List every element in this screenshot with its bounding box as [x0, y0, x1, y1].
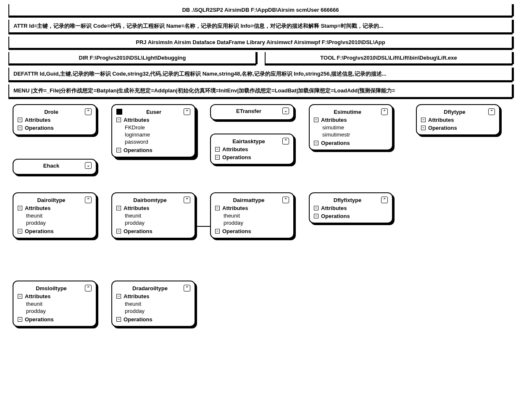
minus-icon: −	[215, 147, 220, 152]
operations-section[interactable]: −Operations	[215, 228, 289, 234]
chevron-up-icon[interactable]: ⌃	[381, 108, 388, 115]
minus-icon: −	[314, 118, 318, 122]
section-label: Operations	[321, 140, 350, 146]
chevron-up-icon[interactable]: ⌃	[85, 108, 92, 115]
chevron-down-icon[interactable]: ⌄	[282, 108, 289, 114]
operations-section[interactable]: −Operations	[314, 213, 388, 219]
attributes-section[interactable]: −Attributes	[215, 205, 289, 211]
minus-icon: −	[314, 214, 318, 218]
section-label: Attributes	[124, 293, 149, 299]
minus-icon: −	[116, 118, 121, 122]
section-label: Operations	[124, 147, 153, 153]
entity-title: Dairoiltype	[18, 197, 85, 203]
entity-esimutime[interactable]: Esimutime ⌃ −Attributes simutime simutim…	[309, 104, 393, 150]
entity-dflyfixtype[interactable]: Dflyfixtype ⌃ −Attributes −Operations	[309, 192, 393, 223]
attributes-section[interactable]: −Attributes	[116, 205, 190, 211]
entity-dairmattype[interactable]: Dairmattype ⌃ −Attributes theunit prodda…	[210, 192, 294, 239]
operations-section[interactable]: −Operations	[116, 228, 190, 234]
attribute-item[interactable]: prodday	[125, 219, 190, 226]
attributes-section[interactable]: −Attributes	[215, 146, 289, 152]
attribute-item[interactable]: prodday	[26, 307, 92, 315]
chevron-up-icon[interactable]: ⌃	[282, 138, 289, 144]
connector-line	[197, 226, 210, 227]
attribute-item[interactable]: theunit	[26, 212, 92, 219]
chevron-up-icon[interactable]: ⌃	[488, 108, 495, 115]
section-label: Attributes	[222, 146, 248, 152]
minus-icon: −	[215, 229, 220, 234]
attributes-section[interactable]: −Attributes	[314, 205, 388, 211]
attributes-section[interactable]: −Attributes	[116, 293, 190, 299]
attribute-item[interactable]: theunit	[26, 300, 92, 307]
chevron-up-icon[interactable]: ⌃	[282, 197, 289, 203]
section-label: Attributes	[124, 205, 149, 211]
chevron-up-icon[interactable]: ⌃	[85, 197, 92, 203]
entity-title: Dflyfixtype	[314, 197, 381, 203]
attribute-item[interactable]: theunit	[125, 300, 190, 307]
entity-dairbomtype[interactable]: Dairbomtype ⌃ −Attributes theunit prodda…	[111, 192, 195, 239]
minus-icon: −	[215, 155, 220, 160]
minus-icon: −	[421, 118, 426, 122]
attribute-item[interactable]: simutimestr	[322, 131, 388, 138]
chevron-down-icon[interactable]: ⌄	[85, 162, 92, 169]
operations-section[interactable]: −Operations	[215, 154, 289, 160]
attributes-section[interactable]: −Attributes	[421, 117, 495, 123]
operations-section[interactable]: −Operations	[18, 316, 92, 323]
attributes-section[interactable]: −Attributes	[18, 117, 92, 123]
attributes-section[interactable]: −Attributes	[18, 205, 92, 211]
attribute-item[interactable]: loginname	[125, 131, 190, 138]
entity-euser[interactable]: Euser ⌃ −Attributes FKDrole loginname pa…	[111, 104, 195, 158]
minus-icon: −	[116, 148, 121, 152]
minus-icon: −	[314, 206, 318, 210]
attribute-item[interactable]: theunit	[125, 212, 190, 219]
minus-icon: −	[18, 317, 22, 322]
entity-title: Drole	[18, 109, 85, 115]
section-label: Operations	[222, 154, 251, 160]
chevron-up-icon[interactable]: ⌃	[184, 285, 190, 291]
entity-ehack[interactable]: Ehack ⌄	[13, 159, 97, 175]
chevron-up-icon[interactable]: ⌃	[85, 285, 92, 291]
section-label: Attributes	[222, 205, 248, 211]
entity-dradaroiltype[interactable]: Dradaroiltype ⌃ −Attributes theunit prod…	[111, 281, 195, 327]
attribute-item[interactable]: prodday	[224, 219, 289, 226]
operations-section[interactable]: −Operations	[116, 316, 190, 323]
selection-marker	[116, 109, 122, 115]
attr-header: ATTR Id=主键，记录的唯一标识 Code=代码，记录的工程标识 Name=…	[8, 20, 513, 33]
operations-section[interactable]: −Operations	[116, 147, 190, 153]
section-label: Attributes	[321, 205, 347, 211]
entity-eairtasktype[interactable]: Eairtasktype ⌃ −Attributes −Operations	[210, 134, 294, 165]
operations-section[interactable]: −Operations	[18, 125, 92, 131]
entity-dmsloiltype[interactable]: Dmsloiltype ⌃ −Attributes theunit prodda…	[13, 281, 97, 327]
operations-section[interactable]: −Operations	[314, 140, 388, 146]
attribute-item[interactable]: FKDrole	[125, 124, 190, 131]
entity-title: Euser	[124, 109, 184, 115]
attribute-item[interactable]: prodday	[125, 307, 190, 315]
entity-title: Eairtasktype	[215, 138, 282, 144]
section-label: Attributes	[428, 117, 454, 123]
section-label: Operations	[124, 228, 153, 234]
minus-icon: −	[215, 206, 220, 210]
attributes-section[interactable]: −Attributes	[314, 117, 388, 123]
minus-icon: −	[116, 317, 121, 322]
attribute-item[interactable]: theunit	[224, 212, 289, 219]
minus-icon: −	[18, 206, 22, 210]
entity-etransfer[interactable]: ETransfer ⌄	[210, 104, 294, 120]
minus-icon: −	[18, 118, 22, 122]
operations-section[interactable]: −Operations	[18, 228, 92, 234]
chevron-up-icon[interactable]: ⌃	[184, 197, 190, 203]
attribute-item[interactable]: password	[125, 138, 190, 145]
diagram-canvas[interactable]: Drole ⌃ −Attributes −Operations Ehack ⌄ …	[8, 104, 513, 398]
section-label: Operations	[25, 125, 54, 131]
minus-icon: −	[116, 294, 121, 299]
entity-title: Dmsloiltype	[18, 285, 85, 291]
attribute-item[interactable]: simutime	[322, 124, 388, 131]
attributes-section[interactable]: −Attributes	[18, 293, 92, 299]
chevron-up-icon[interactable]: ⌃	[184, 108, 190, 115]
operations-section[interactable]: −Operations	[421, 125, 495, 131]
chevron-up-icon[interactable]: ⌃	[381, 197, 388, 203]
attribute-item[interactable]: prodday	[26, 219, 92, 226]
entity-title: Dairbomtype	[116, 197, 184, 203]
entity-dairoiltype[interactable]: Dairoiltype ⌃ −Attributes theunit prodda…	[13, 192, 97, 239]
entity-drole[interactable]: Drole ⌃ −Attributes −Operations	[13, 104, 97, 135]
attributes-section[interactable]: −Attributes	[116, 117, 190, 123]
entity-dflytype[interactable]: Dflytype ⌃ −Attributes −Operations	[416, 104, 500, 135]
